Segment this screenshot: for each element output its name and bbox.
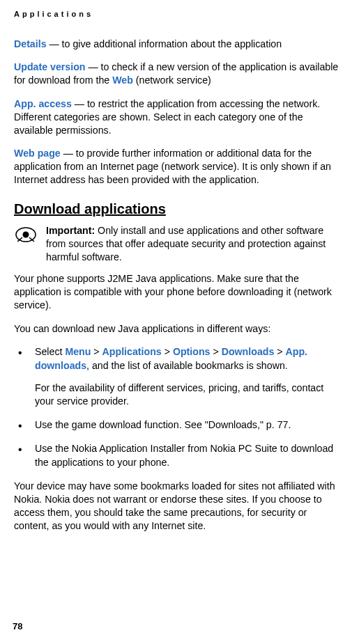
term-access: App. access	[14, 98, 72, 109]
term-web: Web	[112, 74, 133, 86]
page-header: Applications	[14, 10, 342, 18]
term-details: Details	[14, 38, 47, 49]
definition-details: Details — to give additional information…	[14, 38, 342, 51]
important-icon	[14, 226, 38, 246]
sep: >	[211, 346, 222, 357]
download-p3: Your device may have some bookmarks load…	[14, 480, 342, 533]
important-block: Important: Only install and use applicat…	[14, 224, 342, 265]
list-item: Use the Nokia Application Installer from…	[14, 442, 342, 470]
term-webpage: Web page	[14, 148, 61, 159]
nav-downloads: Downloads	[222, 346, 275, 357]
definition-update: Update version — to check if a new versi…	[14, 61, 342, 87]
nav-menu: Menu	[65, 346, 91, 357]
b1-subpara: For the availability of different servic…	[35, 382, 342, 409]
svg-point-1	[23, 231, 29, 237]
important-text: Important: Only install and use applicat…	[46, 224, 342, 265]
b1-after: , and the list of available bookmarks is…	[86, 360, 288, 371]
important-label: Important:	[46, 225, 95, 236]
sep: >	[274, 346, 285, 357]
list-item: Select Menu > Applications > Options > D…	[14, 345, 342, 409]
definition-access: App. access — to restrict the applicatio…	[14, 97, 342, 138]
download-p1: Your phone supports J2ME Java applicatio…	[14, 272, 342, 313]
sep: >	[91, 346, 102, 357]
nav-applications: Applications	[102, 346, 162, 357]
page-number: 78	[13, 621, 22, 631]
b1-select: Select	[35, 346, 65, 357]
webpage-text: — to provide further information or addi…	[14, 148, 331, 185]
download-bullets: Select Menu > Applications > Options > D…	[14, 345, 342, 470]
definition-webpage: Web page — to provide further informatio…	[14, 147, 342, 187]
sep: >	[162, 346, 173, 357]
update-t2: (network service)	[133, 74, 211, 86]
details-text: — to give additional information about t…	[47, 38, 282, 49]
nav-options: Options	[173, 346, 211, 357]
list-item: Use the game download function. See "Dow…	[14, 418, 342, 432]
download-p2: You can download new Java applications i…	[14, 322, 342, 336]
heading-download-applications: Download applications	[14, 201, 342, 217]
term-update: Update version	[14, 61, 86, 72]
